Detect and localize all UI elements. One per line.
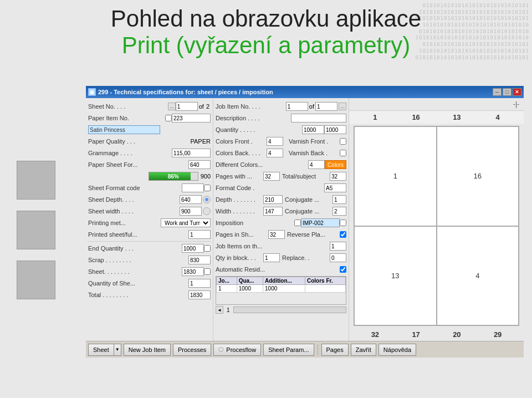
format-code-input[interactable] [324, 183, 346, 192]
total-row: Total . . . . . . . . [88, 290, 211, 300]
sheet-no-of: of [199, 103, 204, 110]
table-nav: ◄ 1 [216, 306, 346, 314]
end-quantity-checkbox[interactable] [204, 245, 211, 252]
paper-quality-row: Paper Quality . . . PAPER [88, 136, 211, 146]
table-scrollbar[interactable] [233, 307, 346, 313]
pages-in-sh-input[interactable] [268, 230, 285, 239]
table-nav-info: 1 [227, 307, 230, 313]
table-nav-prev[interactable]: ◄ [216, 306, 223, 314]
depth-input[interactable] [263, 195, 283, 204]
conjugate1-input[interactable] [332, 195, 346, 204]
window-title-bar: ▦ 299 - Technical specifications for: sh… [86, 86, 524, 98]
sheet-split-button[interactable]: Sheet ▼ [88, 344, 121, 356]
qty-in-block-row: Qty in block. . . Replace. . [216, 253, 346, 263]
sheet-arrow-button[interactable]: ▼ [114, 344, 121, 356]
conjugate2-input[interactable] [332, 207, 346, 216]
sheet-width-radio[interactable] [203, 207, 211, 215]
job-items-input[interactable] [330, 242, 346, 251]
title-bar-left: ▦ 299 - Technical specifications for: sh… [88, 88, 273, 96]
paper-name-input[interactable] [88, 125, 160, 134]
sheet-param-button[interactable]: Sheet Param... [263, 344, 314, 356]
dash-row: -|- [349, 98, 524, 111]
printing-met-dropdown[interactable]: Work and Turn [161, 218, 211, 227]
job-item-no-label: Job Item No. . . . [216, 103, 286, 110]
printing-met-select[interactable]: Work and Turn [161, 218, 211, 227]
table-cell-addition: 1000 [263, 285, 305, 293]
width-input[interactable] [263, 207, 283, 216]
sheet-checkbox[interactable] [204, 268, 211, 275]
pages-with-row: Pages with ... Total/subject [216, 171, 346, 181]
reverse-pla-checkbox[interactable] [340, 231, 346, 238]
sheet-main-button[interactable]: Sheet [88, 344, 114, 356]
procesflow-button[interactable]: ⬡ Procesflow [213, 344, 261, 356]
varnish-front-label: Varnish Front . [289, 138, 340, 145]
close-button[interactable]: ✕ [513, 88, 521, 96]
quantity-input2[interactable] [324, 125, 346, 134]
depth-label: Depth . . . . . . . [216, 196, 263, 203]
pages-with-input[interactable] [263, 172, 280, 181]
new-job-item-button[interactable]: New Job Item [124, 344, 171, 356]
left-rect-3 [17, 261, 55, 299]
total-input[interactable] [188, 290, 211, 299]
table-header-qua: Qua... [237, 277, 263, 285]
grid-bottom-20: 20 [448, 330, 465, 339]
imposition-input[interactable] [301, 218, 340, 227]
napoveda-button[interactable]: Nápověda [378, 344, 416, 356]
processes-button[interactable]: Processes [173, 344, 211, 356]
colors-back-input[interactable] [267, 149, 283, 157]
automatic-checkbox[interactable] [340, 266, 346, 273]
procesflow-icon: ⬡ [218, 346, 224, 353]
sheet-no-label: Sheet No. . . . [88, 103, 167, 110]
description-row: Description . . . . [216, 113, 346, 123]
end-quantity-input[interactable] [182, 244, 204, 253]
maximize-button[interactable]: □ [503, 88, 511, 96]
sheet-no-dots[interactable]: … [168, 103, 176, 110]
diff-colors-input[interactable] [308, 160, 325, 169]
grammage-input[interactable] [172, 149, 211, 157]
window-title: 299 - Technical specifications for: shee… [98, 89, 273, 95]
qty-in-block-input[interactable] [263, 253, 280, 262]
pages-in-sh-label: Pages in Sh... [216, 231, 268, 238]
quantity-row: Quantity . . . . . [216, 125, 346, 135]
replace-input[interactable] [330, 253, 346, 262]
grid-cell-1: 1 [354, 126, 437, 226]
job-item-no-input[interactable] [286, 102, 308, 111]
total-subject-input[interactable] [330, 172, 346, 181]
grid-numbers-bottom: 32 17 20 29 [349, 328, 524, 341]
printed-sheet-input[interactable] [188, 230, 211, 239]
qty-of-she-input[interactable] [188, 279, 211, 288]
scrap-input[interactable] [188, 256, 211, 264]
minimize-button[interactable]: ─ [493, 88, 502, 96]
conjugate2-label: Conjugate ... [285, 208, 332, 215]
zavrit-button[interactable]: Zavřít [351, 344, 376, 356]
paper-name-row [88, 125, 211, 135]
total-subject-label: Total/subject [282, 173, 330, 180]
paper-item-checkbox[interactable] [165, 115, 172, 121]
job-item-total-input[interactable] [315, 102, 337, 111]
pages-button[interactable]: Pages [321, 344, 349, 356]
sheet-input[interactable] [182, 267, 204, 276]
paper-item-input[interactable] [172, 114, 211, 123]
sheet-width-input[interactable] [180, 207, 202, 216]
job-item-no-row: Job Item No. . . . of … [216, 101, 346, 111]
total-label: Total . . . . . . . . [88, 292, 188, 298]
sheet-depth-radio[interactable] [203, 196, 211, 203]
varnish-back-checkbox[interactable] [340, 150, 346, 156]
title-bar-buttons: ─ □ ✕ [493, 88, 521, 96]
grid-cell-16: 16 [437, 126, 519, 226]
job-item-dots[interactable]: … [339, 103, 346, 110]
varnish-front-checkbox[interactable] [340, 138, 346, 145]
sheet-format-input[interactable] [182, 183, 204, 192]
sheet-depth-input[interactable] [180, 195, 202, 204]
imposition-checkbox2[interactable] [340, 220, 346, 226]
sheet-format-checkbox[interactable] [204, 185, 211, 191]
job-items-label: Job Items on th... [216, 243, 330, 249]
paper-sheet-for-input[interactable] [188, 160, 211, 169]
quantity-input1[interactable] [302, 125, 324, 134]
colors-button[interactable]: Colors [325, 160, 346, 169]
colors-front-input[interactable] [267, 137, 283, 146]
sheet-no-input[interactable] [176, 102, 198, 111]
description-input[interactable] [291, 114, 346, 123]
imposition-checkbox[interactable] [294, 220, 301, 226]
scrap-row: Scrap . . . . . . . . [88, 255, 211, 265]
